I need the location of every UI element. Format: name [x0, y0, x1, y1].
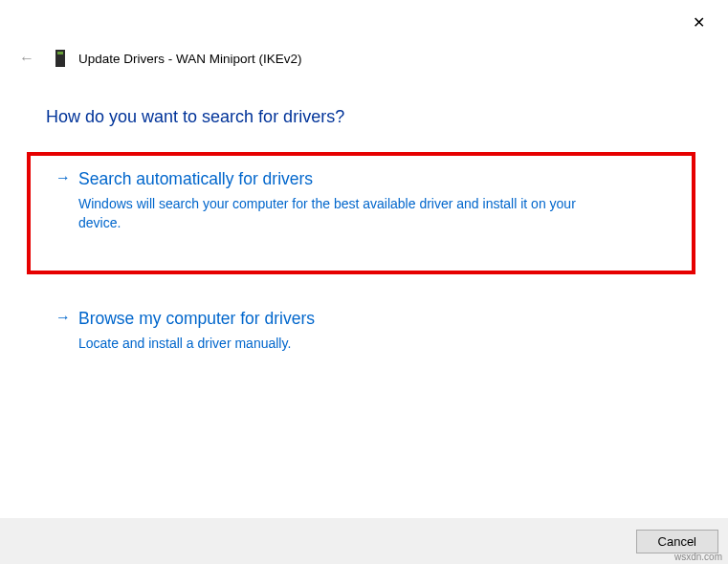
option-search-automatically[interactable]: → Search automatically for drivers Windo… [27, 152, 695, 274]
cancel-button[interactable]: Cancel [636, 530, 718, 553]
option-description: Windows will search your computer for th… [78, 195, 614, 232]
close-button[interactable]: ✕ [685, 10, 713, 35]
close-icon: ✕ [693, 14, 705, 31]
dialog-footer: Cancel [0, 518, 728, 564]
option-title: Browse my computer for drivers [78, 309, 671, 329]
option-description: Locate and install a driver manually. [78, 335, 614, 354]
main-heading: How do you want to search for drivers? [46, 107, 728, 127]
option-title: Search automatically for drivers [78, 169, 671, 189]
options-container: → Search automatically for drivers Windo… [0, 152, 728, 380]
device-icon [55, 50, 65, 67]
arrow-right-icon: → [55, 309, 71, 326]
watermark: wsxdn.com [674, 552, 722, 562]
back-arrow-icon: ← [13, 48, 40, 69]
dialog-header: ← Update Drivers - WAN Miniport (IKEv2) [0, 0, 728, 69]
dialog-title: Update Drivers - WAN Miniport (IKEv2) [78, 52, 302, 66]
option-browse-computer[interactable]: → Browse my computer for drivers Locate … [27, 292, 695, 380]
arrow-right-icon: → [55, 169, 71, 186]
